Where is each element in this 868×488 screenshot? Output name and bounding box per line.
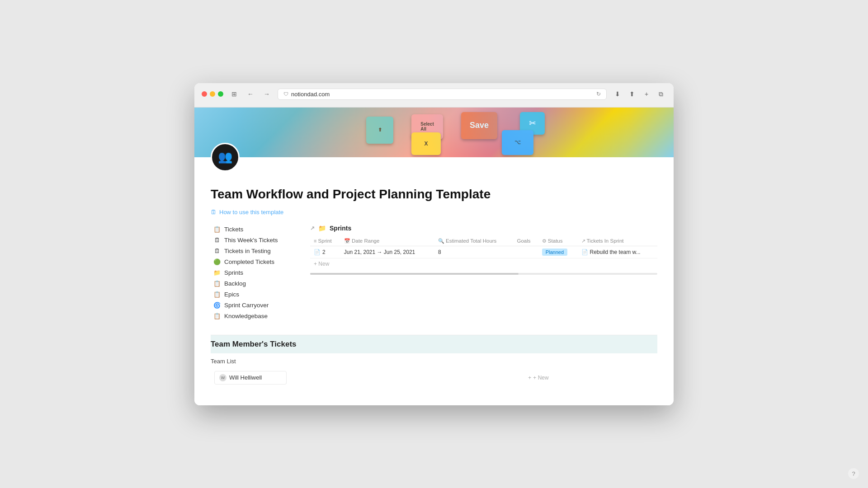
table-scrollbar [310, 273, 657, 275]
cell-date-range: Jun 21, 2021 → Jun 25, 2021 [340, 246, 434, 258]
sidebar-item-completed-tickets[interactable]: 🟢 Completed Tickets [211, 257, 292, 267]
how-to-text: How to use this template [219, 209, 283, 216]
avatar-container: 👥 [211, 143, 674, 172]
maximize-button[interactable] [218, 91, 223, 97]
close-button[interactable] [202, 91, 207, 97]
team-tickets-title: Team Member's Tickets [211, 340, 297, 348]
how-to-icon: 🗓 [211, 209, 217, 216]
member-avatar: W [219, 374, 226, 381]
sidebar-item-label: Knowledgebase [224, 313, 268, 319]
sidebar-item-epics[interactable]: 📋 Epics [211, 290, 292, 300]
new-label: + New [533, 375, 548, 381]
cell-sprint: 📄 2 [310, 246, 340, 258]
sidebar-item-this-weeks-tickets[interactable]: 🗓 This Week's Tickets [211, 235, 292, 245]
key-select-all: SelectAll [411, 114, 443, 139]
team-tickets-header: Team Member's Tickets [211, 335, 657, 353]
sidebar-item-sprints[interactable]: 📁 Sprints [211, 268, 292, 278]
sidebar-item-label: Tickets [224, 226, 243, 233]
col-tickets-in-sprint: ↗ Tickets In Sprint [578, 236, 658, 246]
security-icon: 🛡 [283, 91, 288, 97]
traffic-lights [202, 91, 223, 97]
sidebar-item-tickets-in-testing[interactable]: 🗓 Tickets in Testing [211, 246, 292, 256]
col-goals: Goals [513, 236, 538, 246]
sidebar-item-label: This Week's Tickets [224, 237, 278, 244]
this-weeks-tickets-icon: 🗓 [213, 237, 221, 244]
new-tab-icon[interactable]: + [641, 89, 652, 99]
how-to-link[interactable]: 🗓 How to use this template [211, 209, 657, 216]
tickets-col-icon: ↗ [581, 238, 585, 244]
sidebar-item-label: Sprints [224, 269, 243, 276]
date-col-icon: 📅 [344, 238, 350, 244]
key-up-arrow: ⬆ [366, 117, 393, 144]
page-content: ⬆ SelectAll Save X ✂ ⌥ 👥 Team Workflow a… [194, 108, 674, 405]
url-text: notiondad.com [291, 91, 330, 98]
sidebar-item-label: Tickets in Testing [224, 248, 271, 254]
col-status: ⚙ Status [538, 236, 578, 246]
sprints-table: ≡ Sprint 📅 Date Range 🔍 Estimated Total … [310, 236, 657, 258]
new-member-button[interactable]: + + New [524, 373, 654, 383]
browser-chrome: ⊞ ← → 🛡 notiondad.com ↻ ⬇ ⬆ + ⧉ [194, 83, 674, 108]
key-cut: ✂ [520, 112, 545, 135]
minimize-button[interactable] [210, 91, 215, 97]
sprints-db-icon: 📁 [318, 225, 326, 232]
sidebar-item-label: Backlog [224, 280, 246, 287]
sprints-icon: 📁 [213, 269, 221, 277]
row-page-icon: 📄 [314, 249, 321, 255]
knowledgebase-icon: 📋 [213, 313, 221, 320]
avatar: 👥 [211, 143, 240, 172]
cell-status: Planned [538, 246, 578, 258]
main-content: 📋 Tickets 🗓 This Week's Tickets 🗓 Ticket… [211, 225, 657, 322]
member-card-cell: W Will Helliwell [211, 368, 521, 387]
status-badge: Planned [542, 249, 567, 256]
col-estimated-hours: 🔍 Estimated Total Hours [434, 236, 514, 246]
sidebar-toggle-icon[interactable]: ⊞ [229, 89, 240, 99]
completed-tickets-icon: 🟢 [213, 258, 221, 266]
sidebar-item-label: Sprint Carryover [224, 302, 269, 309]
ticket-page-icon: 📄 [581, 249, 588, 255]
sidebar-item-label: Epics [224, 291, 239, 298]
new-member-cell: + + New [521, 368, 657, 387]
cell-estimated-hours: 8 [434, 246, 514, 258]
forward-button[interactable]: → [261, 89, 272, 99]
col-sprint: ≡ Sprint [310, 236, 340, 246]
tabs-icon[interactable]: ⧉ [656, 89, 666, 99]
team-list-label: Team List [211, 358, 657, 365]
sidebar-item-label: Completed Tickets [224, 258, 274, 265]
new-row-button[interactable]: + New [310, 258, 657, 269]
sprints-header: ↗ 📁 Sprints [310, 225, 657, 232]
address-bar[interactable]: 🛡 notiondad.com ↻ [278, 89, 607, 100]
plus-icon: + [528, 375, 531, 381]
status-col-icon: ⚙ [542, 238, 547, 244]
table-scrollbar-thumb [310, 273, 519, 275]
hours-col-icon: 🔍 [438, 238, 444, 244]
browser-window: ⊞ ← → 🛡 notiondad.com ↻ ⬇ ⬆ + ⧉ ⬆ Select… [194, 83, 674, 405]
tickets-in-testing-icon: 🗓 [213, 248, 221, 255]
sidebar-item-knowledgebase[interactable]: 📋 Knowledgebase [211, 311, 292, 321]
cell-tickets-in-sprint: 📄 Rebuild the team w... [578, 246, 658, 258]
sprint-col-icon: ≡ [314, 238, 316, 244]
team-member-row: W Will Helliwell + + New [211, 368, 657, 387]
table-row[interactable]: 📄 2 Jun 21, 2021 → Jun 25, 2021 8 Planne… [310, 246, 657, 258]
sidebar-nav: 📋 Tickets 🗓 This Week's Tickets 🗓 Ticket… [211, 225, 292, 322]
page-body: Team Workflow and Project Planning Templ… [194, 172, 674, 405]
sprints-title: Sprints [330, 225, 351, 232]
tickets-icon: 📋 [213, 226, 221, 233]
sprints-link-icon: ↗ [310, 225, 315, 231]
download-icon[interactable]: ⬇ [612, 89, 623, 99]
epics-icon: 📋 [213, 291, 221, 298]
back-button[interactable]: ← [245, 89, 256, 99]
team-tickets-section: Team Member's Tickets Team List W Will H… [211, 335, 657, 387]
team-table: W Will Helliwell + + New [211, 368, 657, 387]
cell-goals [513, 246, 538, 258]
member-name: Will Helliwell [229, 374, 262, 381]
sidebar-item-backlog[interactable]: 📋 Backlog [211, 279, 292, 289]
sidebar-item-sprint-carryover[interactable]: 🌀 Sprint Carryover [211, 300, 292, 310]
share-icon[interactable]: ⬆ [627, 89, 637, 99]
member-card[interactable]: W Will Helliwell [214, 371, 287, 385]
sprints-section: ↗ 📁 Sprints ≡ Sprint 📅 Date Range [310, 225, 657, 322]
col-date-range: 📅 Date Range [340, 236, 434, 246]
sidebar-item-tickets[interactable]: 📋 Tickets [211, 225, 292, 235]
refresh-icon[interactable]: ↻ [596, 91, 601, 97]
sprint-carryover-icon: 🌀 [213, 302, 221, 309]
key-save: Save [461, 112, 497, 139]
